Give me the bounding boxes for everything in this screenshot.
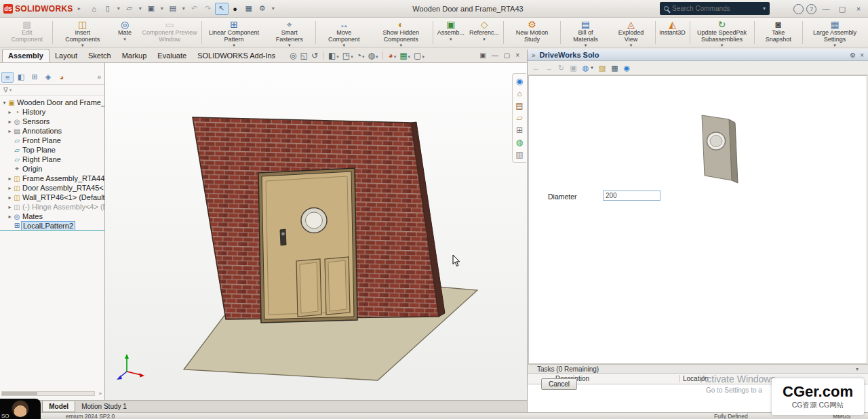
tab-assembly[interactable]: Assembly (2, 49, 50, 62)
search-commands-box[interactable]: ▾ (660, 2, 770, 15)
apply-scene-icon[interactable]: ▦ (399, 51, 411, 60)
search-input[interactable] (672, 5, 760, 12)
ribbon-assembly-features[interactable]: ▣ Assemb... (435, 18, 467, 47)
tree-item-top-plane[interactable]: ▱ Top Plane (0, 145, 104, 155)
home-pane-icon[interactable]: ⌂ (517, 89, 521, 98)
hide-show-items-icon[interactable]: ◍ (367, 51, 378, 60)
ribbon-show-hidden-components[interactable]: ◐ Show Hidden Components (370, 18, 431, 47)
dw-refresh-icon[interactable]: ↻ (558, 64, 564, 73)
new-caret-icon[interactable]: ▾ (115, 3, 123, 15)
dw-edit-project-icon[interactable]: ▨ (599, 64, 606, 73)
propertymanager-tab-icon[interactable]: ◧ (15, 72, 27, 83)
maximize-button[interactable]: ▢ (835, 3, 849, 15)
driveworks-close-icon[interactable]: × (860, 52, 864, 59)
ribbon-new-motion-study[interactable]: ⚙ New Motion Study (505, 18, 559, 47)
doc-close-icon[interactable]: × (515, 52, 519, 59)
tab-markup[interactable]: Markup (117, 49, 153, 62)
tree-item-localpattern2[interactable]: ⊞ LocalLPattern2 (0, 221, 104, 231)
ribbon-component-preview-window[interactable]: ▭ Component Preview Window (139, 18, 200, 47)
tree-item-wall[interactable]: ◫ Wall_RTP46<1> (Default) (0, 193, 104, 202)
undo-icon[interactable]: ↶ (188, 3, 201, 15)
tree-item-origin[interactable]: ⌖ Origin (0, 164, 104, 174)
tree-item-root[interactable]: ▣ Wooden Door and Frame_RTA43 (0, 98, 104, 107)
help-icon[interactable]: ? (806, 4, 816, 14)
dw-globe-caret-icon[interactable]: ▾ (591, 65, 593, 71)
custom-properties-icon[interactable]: ▥ (515, 150, 523, 159)
dimxpert-tab-icon[interactable]: ◈ (42, 72, 54, 83)
home-icon[interactable]: ⌂ (87, 3, 101, 15)
ribbon-reference-geometry[interactable]: ◇ Referenc... (467, 18, 501, 47)
ribbon-mate[interactable]: ◎ Mate (111, 18, 139, 47)
tab-motion-study-1[interactable]: Motion Study 1 (75, 401, 133, 412)
design-library-icon[interactable]: ▤ (515, 101, 523, 111)
ribbon-move-component[interactable]: ↔ Move Component (317, 18, 370, 47)
ribbon-instant3d[interactable]: ◭ Instant3D (657, 18, 688, 47)
brand-menu-arrow-icon[interactable]: ▸ (75, 3, 83, 15)
doc-restore-icon[interactable]: ▢ (504, 52, 510, 59)
cancel-button[interactable]: Cancel (541, 378, 577, 390)
view-settings-icon[interactable]: ▢ (413, 51, 425, 60)
panel-scroll-more-icon[interactable]: » (99, 391, 102, 397)
tree-item-front-plane[interactable]: ▱ Front Plane (0, 136, 104, 145)
close-button[interactable]: × (852, 3, 865, 15)
options-caret-icon[interactable]: ▾ (269, 3, 277, 15)
tree-item-hinge-assembly[interactable]: ◫ (-) Hinge Assembly<4> (D... (0, 202, 104, 212)
zoom-area-icon[interactable]: ◱ (300, 51, 309, 60)
view-palette-icon[interactable]: ⊞ (516, 125, 523, 135)
doc-pin-icon[interactable]: ▣ (479, 52, 486, 59)
open-icon[interactable]: ▱ (123, 3, 136, 15)
ribbon-large-assembly-settings[interactable]: ▦ Large Assembly Settings (804, 18, 865, 47)
tab-evaluate[interactable]: Evaluate (152, 49, 192, 62)
print-icon[interactable]: ▤ (166, 3, 180, 15)
tab-solidworks-add-ins[interactable]: SOLIDWORKS Add-Ins (192, 49, 281, 62)
open-caret-icon[interactable]: ▾ (136, 3, 144, 15)
tab-model[interactable]: Model (42, 401, 75, 412)
panel-expand-icon[interactable]: » (97, 73, 103, 81)
tree-item-mates[interactable]: ◎ Mates (0, 212, 104, 221)
tasks-section-header[interactable]: Tasks (0 Remaining) ▾ (528, 364, 868, 374)
panel-collapse-chevrons-icon[interactable]: » (532, 52, 536, 59)
displaymanager-tab-icon[interactable]: ◕ (56, 72, 68, 83)
view-orientation-icon[interactable]: ◳ (342, 51, 354, 60)
ribbon-take-snapshot[interactable]: ◙ Take Snapshot (756, 18, 801, 47)
appearances-scenes-icon[interactable]: ◍ (516, 138, 523, 147)
filter-funnel-icon[interactable]: ∇ (3, 86, 8, 94)
ribbon-exploded-view[interactable]: ◬ Exploded View (608, 18, 653, 47)
edit-appearance-icon[interactable]: ◕ (387, 51, 397, 60)
ribbon-update-speedpak[interactable]: ↻ Update SpeedPak Subassemblies (692, 18, 753, 47)
driveworks-gear-icon[interactable]: ⚙ (850, 52, 856, 59)
save-icon[interactable]: ▣ (144, 3, 158, 15)
filter-caret-icon[interactable]: ▾ (9, 87, 12, 93)
dw-forward-icon[interactable]: → (545, 64, 553, 72)
ribbon-linear-component-pattern[interactable]: ⊞ Linear Component Pattern (203, 18, 264, 47)
dw-table-icon[interactable]: ▦ (611, 64, 618, 73)
tree-item-sensors[interactable]: ◎ Sensors (0, 117, 104, 126)
section-view-icon[interactable]: ◧ (328, 51, 340, 60)
panel-horizontal-scrollbar[interactable] (1, 391, 95, 396)
tree-item-door-assembly[interactable]: ◫ Door Assembly_RTA45<1> (0, 183, 104, 193)
ribbon-bill-of-materials[interactable]: ▤ Bill of Materials (562, 18, 608, 47)
tree-item-right-plane[interactable]: ▱ Right Plane (0, 155, 104, 164)
dw-back-icon[interactable]: ← (532, 64, 540, 72)
tab-sketch[interactable]: Sketch (83, 49, 117, 62)
ribbon-edit-component[interactable]: ▩ Edit Component (3, 18, 51, 47)
previous-view-icon[interactable]: ↺ (311, 51, 319, 60)
options-gear-icon[interactable]: ⚙ (256, 3, 269, 15)
configurationmanager-tab-icon[interactable]: ⊞ (28, 72, 41, 83)
dw-info-icon[interactable]: ◉ (624, 64, 631, 73)
redo-icon[interactable]: ↷ (201, 3, 215, 15)
grid-options-icon[interactable]: ▦ (242, 3, 256, 15)
user-account-icon[interactable] (793, 4, 804, 14)
print-caret-icon[interactable]: ▾ (180, 3, 188, 15)
graphics-viewport[interactable]: ◉ ⌂ ▤ ▱ ⊞ ◍ ▥ (105, 63, 527, 400)
minimize-button[interactable]: — (819, 3, 833, 15)
tree-item-annotations[interactable]: ▤ Annotations (0, 126, 104, 136)
ribbon-insert-components[interactable]: ◫ Insert Components (54, 18, 111, 47)
dw-globe-icon[interactable]: ◍ (583, 64, 589, 73)
tree-item-history[interactable]: ◔ History (0, 107, 104, 117)
new-document-icon[interactable]: ▯ (101, 3, 115, 15)
save-caret-icon[interactable]: ▾ (158, 3, 166, 15)
featuremanager-tab-icon[interactable]: ≡ (1, 72, 14, 83)
ribbon-smart-fasteners[interactable]: ⌖ Smart Fasteners (264, 18, 314, 47)
file-explorer-icon[interactable]: ▱ (516, 113, 522, 123)
